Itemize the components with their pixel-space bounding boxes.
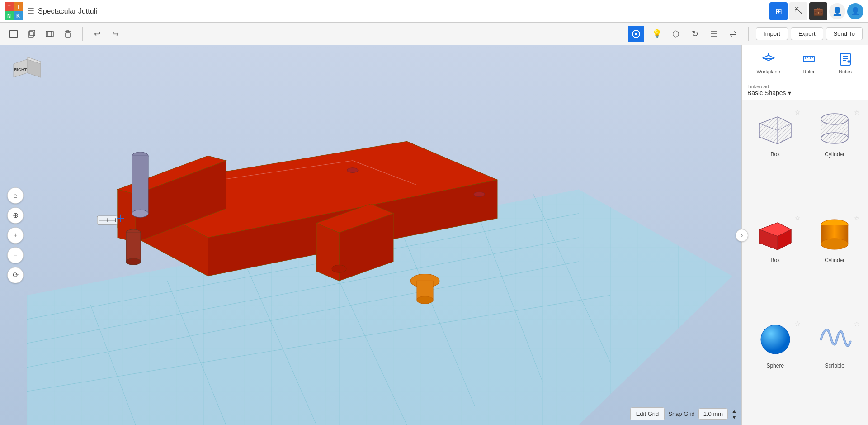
redo-button[interactable]: ↪ [107, 26, 123, 42]
delete-button[interactable] [60, 26, 76, 42]
duplicate-button[interactable] [42, 26, 58, 42]
right-panel: › Workplane [741, 45, 868, 425]
toolbar-separator-1 [82, 27, 83, 41]
sphere-blue-label: Sphere [766, 363, 784, 369]
tinkercad-logo[interactable]: T I N K [5, 2, 23, 20]
light-button[interactable]: 💡 [649, 26, 665, 42]
svg-rect-3 [46, 31, 52, 37]
workplane-label: Workplane [756, 69, 780, 74]
shapes-header: Tinkercad Basic Shapes ▾ [742, 80, 868, 100]
svg-point-8 [635, 33, 637, 35]
view-cube[interactable]: RIGHT [9, 53, 45, 89]
flip-button[interactable]: ⇌ [725, 26, 741, 42]
fit-button[interactable]: ⊕ [7, 207, 24, 224]
svg-rect-67 [840, 53, 850, 65]
project-title: Spectacular Juttuli [38, 7, 769, 15]
logo-n: N [5, 11, 14, 20]
svg-marker-72 [760, 117, 791, 144]
svg-rect-5 [66, 33, 70, 37]
svg-point-91 [821, 239, 848, 249]
logo-t: T [5, 2, 14, 11]
tools-button[interactable]: ⛏ [789, 2, 807, 20]
copy-button[interactable] [24, 26, 40, 42]
svg-text:RIGHT: RIGHT [14, 67, 27, 72]
rotate-button[interactable]: ↻ [687, 26, 703, 42]
add-user-button[interactable]: 👤 [829, 3, 845, 19]
cylinder-orange-preview [812, 214, 857, 254]
svg-point-92 [761, 325, 790, 354]
star-icon-5[interactable]: ☆ [795, 320, 801, 327]
panel-tools: Workplane Ruler [742, 45, 868, 80]
select-button[interactable] [5, 26, 22, 42]
sphere-blue-preview [753, 319, 798, 360]
shapes-dropdown[interactable]: Basic Shapes ▾ [747, 89, 791, 96]
svg-rect-37 [132, 156, 148, 213]
box-red-preview [753, 214, 798, 254]
shape-item-cylinder-orange[interactable]: ☆ [809, 214, 861, 312]
camera-view-button[interactable] [628, 26, 644, 42]
export-button[interactable]: Export [791, 27, 823, 40]
avatar[interactable]: 👤 [847, 3, 863, 19]
edit-grid-button[interactable]: Edit Grid [630, 407, 665, 420]
collapse-panel-button[interactable]: › [736, 229, 748, 242]
ruler-tool[interactable]: Ruler [801, 51, 817, 74]
ruler-label: Ruler [803, 69, 815, 74]
edit-tools: ↩ ↪ [5, 26, 123, 42]
logo-k: K [14, 11, 23, 20]
toolbar-right: 💡 ⬡ ↻ ⇌ Import Export Send To [628, 26, 863, 42]
briefcase-button[interactable]: 💼 [809, 2, 827, 20]
star-icon-2[interactable]: ☆ [854, 109, 860, 116]
svg-rect-0 [10, 30, 17, 38]
shape-button[interactable]: ⬡ [668, 26, 684, 42]
star-icon-6[interactable]: ☆ [854, 320, 860, 327]
star-icon-4[interactable]: ☆ [854, 215, 860, 222]
notes-tool[interactable]: Notes [837, 51, 854, 74]
cylinder-wireframe-label: Cylinder [825, 151, 844, 158]
shapes-title: Basic Shapes [747, 89, 786, 96]
bottom-bar: Edit Grid Snap Grid 1.0 mm ▲▼ [630, 407, 737, 420]
box-wireframe-label: Box [770, 151, 780, 158]
cylinder-wireframe-preview [812, 108, 857, 148]
svg-point-46 [474, 192, 485, 197]
scribble-label: Scribble [825, 363, 844, 369]
shape-item-box-wireframe[interactable]: ☆ Box [749, 108, 802, 206]
navbar-right: ⊞ ⛏ 💼 👤 👤 [769, 2, 863, 20]
box-wireframe-preview [753, 108, 798, 148]
zoom-in-button[interactable]: + [7, 227, 24, 244]
shape-item-cylinder-wireframe[interactable]: ☆ Cylinder [809, 108, 861, 206]
svg-point-45 [347, 168, 358, 173]
svg-rect-2 [30, 30, 35, 36]
home-button[interactable]: ⌂ [7, 187, 24, 204]
notes-label: Notes [839, 69, 852, 74]
navbar: T I N K ☰ Spectacular Juttuli ⊞ ⛏ 💼 👤 👤 [0, 0, 868, 23]
logo-i: I [14, 2, 23, 11]
snap-grid-arrow[interactable]: ▲▼ [731, 408, 737, 420]
align-button[interactable] [706, 26, 722, 42]
box-red-label: Box [770, 257, 780, 263]
svg-point-38 [132, 210, 148, 217]
menu-icon[interactable]: ☰ [27, 6, 34, 16]
orbit-button[interactable]: ⟳ [7, 267, 24, 283]
shape-item-box-red[interactable]: ☆ Box [749, 214, 802, 312]
toolbar-separator-2 [748, 27, 749, 41]
grid-view-button[interactable]: ⊞ [769, 2, 788, 20]
star-icon[interactable]: ☆ [795, 109, 801, 116]
shape-item-scribble[interactable]: ☆ Scribble [809, 319, 861, 418]
shape-item-sphere-blue[interactable]: ☆ Sphere [749, 319, 802, 418]
send-to-button[interactable]: Send To [826, 27, 863, 40]
zoom-out-button[interactable]: − [7, 247, 24, 263]
svg-point-44 [417, 296, 433, 304]
main-area: RIGHT ⌂ ⊕ + − ⟳ Edit Grid Snap Grid 1.0 … [0, 45, 868, 425]
svg-point-47 [332, 265, 346, 272]
undo-button[interactable]: ↩ [89, 26, 105, 42]
workplane-icon [760, 51, 777, 67]
ruler-icon [801, 51, 817, 67]
shapes-grid: ☆ Box [742, 100, 868, 425]
viewport[interactable]: RIGHT ⌂ ⊕ + − ⟳ Edit Grid Snap Grid 1.0 … [0, 45, 741, 425]
import-button[interactable]: Import [756, 27, 788, 40]
workplane-tool[interactable]: Workplane [756, 51, 780, 74]
star-icon-3[interactable]: ☆ [795, 215, 801, 222]
snap-grid-value: 1.0 mm [698, 408, 728, 420]
left-controls: ⌂ ⊕ + − ⟳ [7, 187, 24, 283]
cylinder-orange-label: Cylinder [825, 257, 844, 263]
